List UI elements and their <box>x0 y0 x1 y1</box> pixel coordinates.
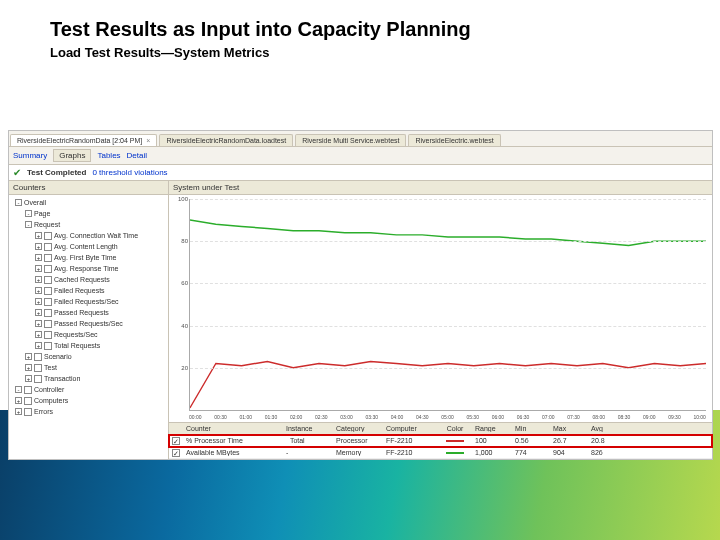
tree-item-label: Transaction <box>44 373 80 384</box>
tree-item[interactable]: +Computers <box>15 395 168 406</box>
threshold-violations-link[interactable]: 0 threshold violations <box>92 168 167 177</box>
expander-icon[interactable]: + <box>35 320 42 327</box>
tree-item[interactable]: +Failed Requests/Sec <box>15 296 168 307</box>
tree-item-label: Failed Requests <box>54 285 105 296</box>
tree-item[interactable]: +Cached Requests <box>15 274 168 285</box>
color-swatch-red <box>446 440 464 442</box>
tree-item[interactable]: -Overall <box>15 197 168 208</box>
expander-icon[interactable]: - <box>15 199 22 206</box>
legend-header: Counter Instance Category Computer Color… <box>169 423 712 435</box>
legend-table: Counter Instance Category Computer Color… <box>169 422 712 459</box>
view-tables-link[interactable]: Tables <box>97 151 120 160</box>
tree-checkbox[interactable] <box>44 232 52 240</box>
tree-checkbox[interactable] <box>44 331 52 339</box>
legend-row-memory[interactable]: Available MBytes - Memory FF-2210 1,000 … <box>169 447 712 459</box>
slide-title: Test Results as Input into Capacity Plan… <box>0 0 720 45</box>
expander-icon[interactable]: + <box>35 243 42 250</box>
y-tick-label: 20 <box>181 365 190 371</box>
tree-checkbox[interactable] <box>44 287 52 295</box>
tree-checkbox[interactable] <box>34 364 42 372</box>
tree-item-label: Total Requests <box>54 340 100 351</box>
tree-item-label: Cached Requests <box>54 274 110 285</box>
expander-icon[interactable]: + <box>35 309 42 316</box>
tree-item[interactable]: +Errors <box>15 406 168 417</box>
tree-checkbox[interactable] <box>44 276 52 284</box>
tree-item[interactable]: +Passed Requests/Sec <box>15 318 168 329</box>
tree-checkbox[interactable] <box>44 309 52 317</box>
tree-item[interactable]: +Requests/Sec <box>15 329 168 340</box>
tree-item-label: Avg. Connection Wait Time <box>54 230 138 241</box>
tree-item-label: Request <box>34 219 60 230</box>
tree-item[interactable]: +Failed Requests <box>15 285 168 296</box>
expander-icon[interactable]: + <box>25 364 32 371</box>
expander-icon[interactable]: - <box>25 221 32 228</box>
tab-loadtest-result[interactable]: RiversideElectricRandomData [2:04 PM]× <box>10 134 157 146</box>
tree-item-label: Overall <box>24 197 46 208</box>
tree-checkbox[interactable] <box>24 397 32 405</box>
tree-item[interactable]: -Page <box>15 208 168 219</box>
tree-checkbox[interactable] <box>44 298 52 306</box>
tree-item-label: Errors <box>34 406 53 417</box>
expander-icon[interactable]: + <box>35 331 42 338</box>
expander-icon[interactable]: + <box>35 254 42 261</box>
tree-item-label: Scenario <box>44 351 72 362</box>
document-tabs: RiversideElectricRandomData [2:04 PM]× R… <box>9 131 712 147</box>
tree-checkbox[interactable] <box>44 243 52 251</box>
tree-checkbox[interactable] <box>24 386 32 394</box>
tree-item-label: Failed Requests/Sec <box>54 296 119 307</box>
tree-item[interactable]: +Transaction <box>15 373 168 384</box>
close-tab-icon[interactable]: × <box>146 137 150 144</box>
view-graphs-button[interactable]: Graphs <box>53 149 91 162</box>
tree-checkbox[interactable] <box>44 342 52 350</box>
tree-item[interactable]: +Total Requests <box>15 340 168 351</box>
tab-webtest-2[interactable]: RiversideElectric.webtest <box>408 134 500 146</box>
color-swatch-green <box>446 452 464 454</box>
tree-item-label: Requests/Sec <box>54 329 98 340</box>
expander-icon[interactable]: + <box>15 408 22 415</box>
chart-header: System under Test <box>169 181 712 195</box>
tree-item-label: Avg. First Byte Time <box>54 252 117 263</box>
expander-icon[interactable]: + <box>35 298 42 305</box>
tree-item[interactable]: +Test <box>15 362 168 373</box>
expander-icon[interactable]: - <box>15 386 22 393</box>
tree-checkbox[interactable] <box>34 375 42 383</box>
y-tick-label: 100 <box>178 196 190 202</box>
expander-icon[interactable]: + <box>15 397 22 404</box>
expander-icon[interactable]: + <box>35 287 42 294</box>
legend-checkbox[interactable] <box>172 437 180 445</box>
tree-item[interactable]: -Request <box>15 219 168 230</box>
slide-subtitle: Load Test Results—System Metrics <box>0 45 720 70</box>
chart-plot[interactable]: 10080604020 <box>189 199 706 411</box>
tree-item[interactable]: +Avg. First Byte Time <box>15 252 168 263</box>
tree-item[interactable]: +Avg. Connection Wait Time <box>15 230 168 241</box>
expander-icon[interactable]: + <box>25 353 32 360</box>
expander-icon[interactable]: - <box>25 210 32 217</box>
tree-checkbox[interactable] <box>34 353 42 361</box>
tree-item-label: Avg. Response Time <box>54 263 118 274</box>
view-toolbar: Summary Graphs Tables Detail <box>9 147 712 165</box>
tab-webtest-1[interactable]: Riverside Multi Service.webtest <box>295 134 406 146</box>
expander-icon[interactable]: + <box>35 276 42 283</box>
tree-item-label: Passed Requests/Sec <box>54 318 123 329</box>
expander-icon[interactable]: + <box>35 265 42 272</box>
tree-item[interactable]: +Avg. Response Time <box>15 263 168 274</box>
tree-checkbox[interactable] <box>44 320 52 328</box>
view-detail-link[interactable]: Detail <box>127 151 147 160</box>
tree-checkbox[interactable] <box>44 265 52 273</box>
loadtest-results-window: RiversideElectricRandomData [2:04 PM]× R… <box>8 130 713 460</box>
tree-checkbox[interactable] <box>24 408 32 416</box>
status-text: Test Completed <box>27 168 86 177</box>
view-summary-link[interactable]: Summary <box>13 151 47 160</box>
legend-row-processor[interactable]: % Processor Time _Total Processor FF-221… <box>169 435 712 447</box>
expander-icon[interactable]: + <box>35 232 42 239</box>
tree-item[interactable]: +Passed Requests <box>15 307 168 318</box>
tree-checkbox[interactable] <box>44 254 52 262</box>
counters-tree: Counters -Overall-Page-Request+Avg. Conn… <box>9 181 169 459</box>
tree-item[interactable]: +Scenario <box>15 351 168 362</box>
tab-loadtest-def[interactable]: RiversideElectricRandomData.loadtest <box>159 134 293 146</box>
legend-checkbox[interactable] <box>172 449 180 457</box>
expander-icon[interactable]: + <box>25 375 32 382</box>
expander-icon[interactable]: + <box>35 342 42 349</box>
tree-item[interactable]: +Avg. Content Length <box>15 241 168 252</box>
tree-item[interactable]: -Controller <box>15 384 168 395</box>
